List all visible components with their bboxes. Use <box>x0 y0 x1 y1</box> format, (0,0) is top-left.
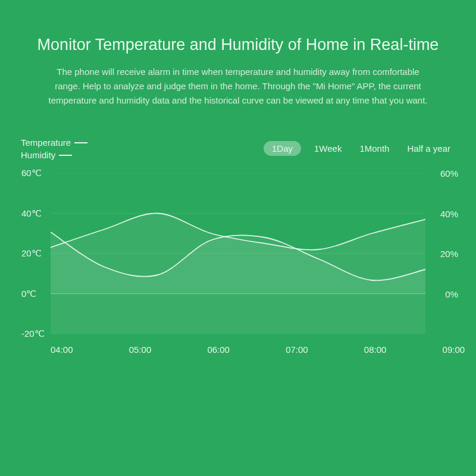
x-tick: 08:00 <box>364 345 387 355</box>
range-1month[interactable]: 1Month <box>355 141 394 156</box>
x-axis: 04:00 05:00 06:00 07:00 08:00 09:00 10:0… <box>51 345 425 356</box>
chart-legend: Temperature Humidity <box>21 137 87 162</box>
x-tick: 07:00 <box>286 345 308 355</box>
x-tick: 05:00 <box>129 345 152 355</box>
chart-svg <box>51 173 425 334</box>
page-description: The phone will receive alarm in time whe… <box>48 65 428 108</box>
y-axis-left: 60℃ 40℃ 20℃ 0℃ -20℃ <box>18 173 54 334</box>
x-tick: 09:00 <box>443 345 465 355</box>
time-range-picker: 1Day 1Week 1Month Half a year <box>264 141 455 156</box>
legend-humidity-dash-icon <box>59 155 72 156</box>
x-tick: 06:00 <box>207 345 230 355</box>
x-tick: 04:00 <box>51 345 73 355</box>
y-axis-right: 60% 40% 20% 0% <box>422 173 458 334</box>
legend-temperature: Temperature <box>21 137 87 148</box>
legend-humidity: Humidity <box>21 150 87 160</box>
y-right-tick: 0% <box>422 289 458 299</box>
y-right-tick: 60% <box>422 168 458 178</box>
y-right-tick: 20% <box>422 249 458 259</box>
page-title: Monitor Temperature and Humidity of Home… <box>18 36 458 54</box>
legend-humidity-label: Humidity <box>21 150 55 160</box>
legend-temperature-label: Temperature <box>21 137 71 148</box>
y-right-tick: 40% <box>422 208 458 218</box>
range-1day[interactable]: 1Day <box>264 141 301 156</box>
range-half-year[interactable]: Half a year <box>402 141 455 156</box>
chart: 60℃ 40℃ 20℃ 0℃ -20℃ 60% 40% 20% 0% <box>18 173 458 364</box>
plot-area <box>51 173 425 334</box>
range-1week[interactable]: 1Week <box>309 141 346 156</box>
legend-temperature-dash-icon <box>74 142 87 143</box>
